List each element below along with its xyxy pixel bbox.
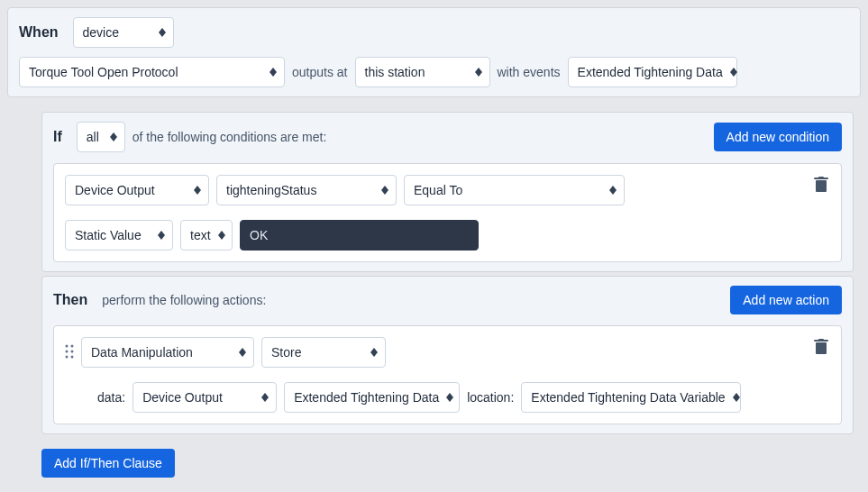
if-suffix: of the following conditions are met: bbox=[132, 130, 327, 144]
add-if-then-clause-button[interactable]: Add If/Then Clause bbox=[41, 449, 175, 478]
if-title: If bbox=[53, 129, 62, 145]
chevron-sort-icon bbox=[370, 348, 378, 357]
action-operation-select[interactable]: Store bbox=[261, 337, 386, 368]
when-subject-select[interactable]: device bbox=[73, 17, 174, 48]
chevron-sort-icon bbox=[194, 186, 201, 195]
if-mode-select[interactable]: all bbox=[77, 122, 125, 152]
device-protocol-value: Torque Tool Open Protocol bbox=[29, 65, 178, 79]
drag-handle[interactable] bbox=[65, 337, 74, 359]
svg-point-6 bbox=[71, 351, 74, 353]
svg-point-4 bbox=[71, 345, 74, 348]
svg-point-3 bbox=[66, 345, 69, 348]
location-label: location: bbox=[467, 390, 514, 405]
data-field-select[interactable]: Extended Tightening Data bbox=[284, 382, 460, 413]
chevron-sort-icon bbox=[261, 393, 269, 402]
condition-value-text: OK bbox=[250, 228, 268, 242]
condition-source-select[interactable]: Device Output bbox=[65, 175, 209, 205]
svg-rect-11 bbox=[818, 339, 824, 341]
delete-action-button[interactable] bbox=[812, 337, 830, 360]
device-protocol-select[interactable]: Torque Tool Open Protocol bbox=[19, 57, 285, 87]
data-source-select[interactable]: Device Output bbox=[132, 382, 277, 413]
value-type-value: Static Value bbox=[75, 228, 142, 242]
then-clause: Then perform the following actions: Add … bbox=[41, 276, 854, 434]
data-source-value: Device Output bbox=[142, 390, 223, 405]
when-title: When bbox=[19, 24, 59, 41]
chevron-sort-icon bbox=[446, 393, 453, 402]
trash-icon bbox=[814, 177, 828, 193]
condition-value-input[interactable]: OK bbox=[240, 220, 479, 251]
location-value: Extended Tightening Data Variable bbox=[531, 390, 725, 405]
location-select[interactable]: Extended Tightening Data Variable bbox=[521, 382, 741, 413]
add-action-button[interactable]: Add new action bbox=[730, 286, 842, 314]
outputs-at-label: outputs at bbox=[292, 65, 348, 79]
chevron-sort-icon bbox=[159, 28, 166, 37]
when-panel: When device Torque Tool Open Protocol ou… bbox=[7, 7, 861, 97]
action-operation-value: Store bbox=[271, 345, 301, 360]
value-format-value: text bbox=[190, 228, 211, 242]
value-type-select[interactable]: Static Value bbox=[65, 220, 173, 251]
condition-operator-value: Equal To bbox=[414, 183, 462, 197]
then-suffix: perform the following actions: bbox=[102, 293, 266, 307]
condition-row: Device Output tighteningStatus bbox=[53, 163, 842, 262]
condition-source-value: Device Output bbox=[75, 183, 155, 197]
svg-point-7 bbox=[66, 356, 69, 359]
events-select[interactable]: Extended Tightening Data bbox=[568, 57, 737, 87]
when-subject-value: device bbox=[83, 25, 119, 40]
condition-field-select[interactable]: tighteningStatus bbox=[216, 175, 397, 205]
chevron-sort-icon bbox=[218, 231, 225, 240]
action-category-value: Data Manipulation bbox=[91, 345, 193, 360]
chevron-sort-icon bbox=[239, 348, 246, 357]
chevron-sort-icon bbox=[270, 68, 277, 77]
condition-operator-select[interactable]: Equal To bbox=[404, 175, 625, 205]
svg-point-8 bbox=[71, 356, 74, 359]
events-value: Extended Tightening Data bbox=[578, 65, 723, 79]
then-title: Then bbox=[53, 292, 87, 308]
chevron-sort-icon bbox=[110, 132, 117, 141]
action-row: Data Manipulation Store bbox=[53, 325, 842, 424]
with-events-label: with events bbox=[498, 65, 561, 79]
if-clause: If all of the following conditions are m… bbox=[41, 112, 854, 272]
svg-rect-2 bbox=[818, 177, 824, 178]
data-label: data: bbox=[97, 390, 125, 405]
station-value: this station bbox=[365, 65, 425, 79]
svg-rect-0 bbox=[816, 180, 827, 192]
chevron-sort-icon bbox=[475, 68, 482, 77]
action-category-select[interactable]: Data Manipulation bbox=[81, 337, 254, 368]
station-select[interactable]: this station bbox=[355, 57, 490, 87]
value-format-select[interactable]: text bbox=[180, 220, 233, 251]
trash-icon bbox=[814, 339, 828, 355]
chevron-sort-icon bbox=[730, 68, 737, 77]
chevron-sort-icon bbox=[733, 393, 740, 402]
chevron-sort-icon bbox=[609, 186, 617, 195]
svg-point-5 bbox=[66, 351, 69, 353]
condition-field-value: tighteningStatus bbox=[226, 183, 316, 197]
drag-icon bbox=[65, 344, 74, 359]
add-condition-button[interactable]: Add new condition bbox=[714, 123, 842, 151]
chevron-sort-icon bbox=[158, 231, 165, 240]
chevron-sort-icon bbox=[381, 186, 388, 195]
delete-condition-button[interactable] bbox=[812, 175, 830, 197]
if-mode-value: all bbox=[87, 130, 99, 144]
svg-rect-9 bbox=[816, 342, 827, 354]
data-field-value: Extended Tightening Data bbox=[294, 390, 439, 405]
